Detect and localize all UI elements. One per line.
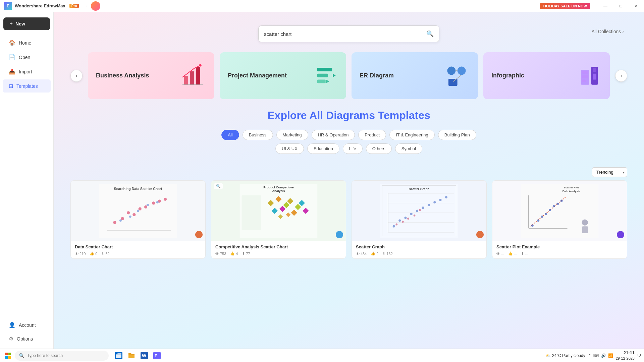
eye-icon-4: 👁 (496, 252, 500, 256)
filter-business[interactable]: Business (243, 130, 273, 140)
template-meta-3: 👁 434 👍 2 ⬇ 162 (356, 251, 482, 256)
filter-life[interactable]: Life (343, 143, 363, 154)
carousel-items: Business Analysis Projec (83, 52, 615, 99)
svg-point-79 (419, 209, 421, 211)
carousel-next-button[interactable]: › (615, 70, 627, 82)
options-icon: ⚙ (9, 336, 13, 342)
sidebar-item-home[interactable]: 🏠 Home (3, 36, 51, 49)
svg-rect-43 (242, 195, 261, 230)
template-thumb-3: Scatter Graph (352, 181, 486, 241)
eye-icon-1: 👁 (75, 252, 78, 256)
template-thumb-2: 🔍 Product Competitive Analysis (211, 181, 346, 241)
notification-icon[interactable]: 🗨 (637, 353, 641, 358)
filter-others[interactable]: Others (366, 143, 392, 154)
svg-rect-7 (317, 80, 326, 83)
taskbar-time: 21:11 29-12-2023 (616, 350, 635, 361)
carousel-prev-button[interactable]: ‹ (70, 70, 83, 82)
svg-point-32 (152, 201, 155, 204)
taskbar-search-input[interactable] (27, 353, 105, 358)
new-button[interactable]: ＋ New (3, 17, 50, 30)
filter-marketing[interactable]: Marketing (276, 130, 308, 140)
all-collections-link[interactable]: All Collections › (591, 29, 624, 34)
meta-likes-4: 👍 ... (508, 251, 517, 256)
filter-education[interactable]: Education (307, 143, 339, 154)
svg-rect-2 (196, 67, 200, 84)
explore-title-highlight: All Diagrams Templates (309, 109, 430, 121)
svg-point-91 (553, 205, 555, 207)
svg-point-26 (113, 221, 116, 224)
template-card-scatter-graph[interactable]: Scatter Graph (352, 180, 487, 259)
svg-text:Scatter Plot: Scatter Plot (564, 186, 579, 189)
svg-point-90 (549, 209, 551, 211)
taskbar-app-files[interactable] (125, 350, 138, 362)
search-button[interactable]: 🔍 (426, 30, 434, 38)
like-icon-2: 👍 (230, 251, 235, 256)
filter-all[interactable]: All (221, 130, 239, 140)
filter-product[interactable]: Product (358, 130, 386, 140)
sidebar-item-options[interactable]: ⚙ Options (3, 332, 51, 345)
template-meta-1: 👁 210 👍 0 ⬇ 52 (75, 251, 201, 256)
taskbar-app-word[interactable]: W (138, 350, 150, 362)
template-card-data-scatter-chart[interactable]: Searching Data Scatter Chart (70, 180, 206, 259)
carousel-card-infographic[interactable]: Infographic (483, 52, 610, 99)
sidebar-item-open[interactable]: 📄 Open (3, 51, 51, 64)
svg-rect-20 (582, 75, 588, 78)
sidebar-item-import[interactable]: 📥 Import (3, 65, 51, 78)
svg-marker-9 (326, 80, 329, 83)
svg-rect-99 (8, 356, 11, 359)
sort-select[interactable]: Trending Newest Most Used Popular (592, 167, 627, 177)
template-card-competitive-analysis[interactable]: 🔍 Product Competitive Analysis (211, 180, 346, 259)
filter-ui-ux[interactable]: UI & UX (275, 143, 304, 154)
start-button[interactable] (3, 350, 13, 361)
sidebar: ＋ New 🏠 Home 📄 Open 📥 Import ⊞ Templates… (0, 12, 54, 349)
filter-building-plan[interactable]: Building Plan (438, 130, 476, 140)
sidebar-item-templates[interactable]: ⊞ Templates (3, 79, 51, 93)
taskbar-app-explorer[interactable] (113, 350, 125, 362)
chevron-up-icon[interactable]: ⌃ (588, 353, 591, 358)
new-tab-button[interactable]: + (83, 2, 91, 10)
taskbar-search-box[interactable]: 🔍 (15, 351, 109, 361)
thumb-badge-2: 🔍 (214, 183, 223, 189)
svg-point-39 (156, 201, 159, 203)
template-grid: Searching Data Scatter Chart (54, 180, 644, 265)
weather-icon: ⛅ (546, 353, 551, 358)
carousel-card-business-analysis[interactable]: Business Analysis (88, 52, 214, 99)
filter-hr-operation[interactable]: HR & Operation (312, 130, 355, 140)
sidebar-item-account[interactable]: 👤 Account (3, 318, 51, 331)
network-icon[interactable]: 📶 (608, 353, 613, 358)
weather-info: ⛅ 24°C Partly cloudy (546, 353, 585, 358)
volume-icon[interactable]: 🔊 (601, 353, 606, 358)
maximize-button[interactable]: □ (613, 0, 629, 12)
svg-rect-0 (184, 76, 188, 85)
svg-rect-97 (8, 353, 11, 355)
user-avatar[interactable] (91, 1, 100, 11)
template-card-scatter-plot-example[interactable]: Scatter Plot Data Analysis (492, 180, 627, 259)
svg-point-89 (545, 213, 547, 215)
svg-point-88 (541, 216, 543, 218)
search-input[interactable] (264, 31, 418, 37)
carousel-card-project-management[interactable]: Project Management (220, 52, 346, 99)
taskbar-app-edraw[interactable]: E (151, 350, 163, 362)
filter-symbol[interactable]: Symbol (395, 143, 422, 154)
svg-point-3 (199, 64, 202, 66)
open-icon: 📄 (9, 54, 15, 60)
svg-point-75 (395, 224, 397, 226)
close-button[interactable]: ✕ (629, 0, 644, 12)
taskbar-right: ⛅ 24°C Partly cloudy ⌃ ⌨ 🔊 📶 21:11 29-12… (546, 350, 641, 361)
account-label: Account (19, 322, 36, 328)
svg-point-74 (445, 196, 447, 198)
minimize-button[interactable]: — (598, 0, 613, 12)
card-title-project-management: Project Management (228, 72, 287, 79)
svg-marker-8 (333, 74, 336, 77)
card-icon-er-diagram (443, 62, 470, 89)
card-title-infographic: Infographic (491, 72, 524, 79)
search-divider (422, 30, 422, 38)
carousel-card-er-diagram[interactable]: ER Diagram (352, 52, 478, 99)
meta-likes-2: 👍 4 (230, 251, 238, 256)
keyboard-icon: ⌨ (593, 353, 599, 358)
svg-rect-17 (593, 74, 596, 80)
sort-wrapper[interactable]: Trending Newest Most Used Popular ▾ (592, 167, 627, 177)
search-box[interactable]: 🔍 (258, 25, 439, 42)
filter-it-engineering[interactable]: IT & Engineering (389, 130, 435, 140)
meta-views-4: 👁 ... (496, 251, 504, 256)
